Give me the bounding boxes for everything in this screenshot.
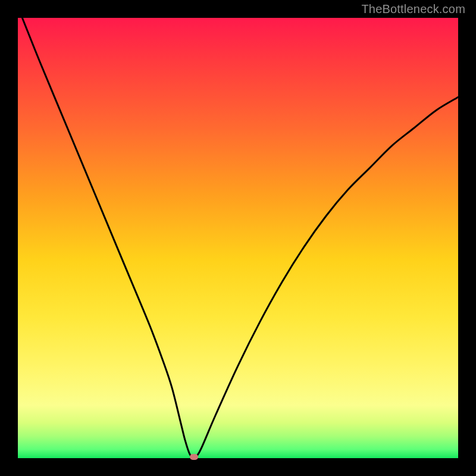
chart-frame: TheBottleneck.com: [0, 0, 476, 476]
optimal-marker: [190, 454, 198, 460]
watermark-text: TheBottleneck.com: [361, 2, 465, 16]
bottleneck-curve: [18, 18, 458, 458]
